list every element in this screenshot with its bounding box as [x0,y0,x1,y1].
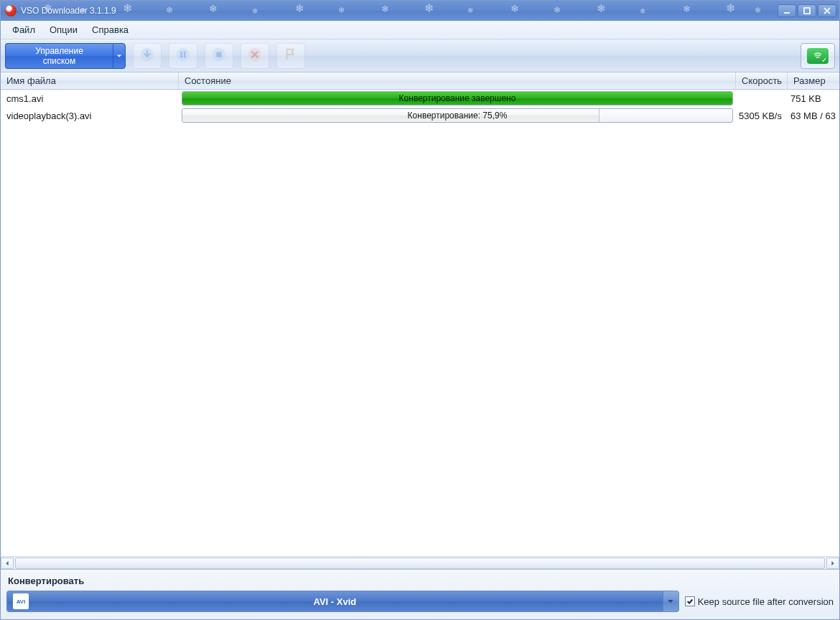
list-management-main[interactable]: Управление списком [5,43,113,69]
download-list: cms1.avi Конвертирование завершено 751 K… [1,90,839,556]
scroll-left-button[interactable] [1,558,14,569]
stop-icon [211,47,227,65]
menu-options[interactable]: Опции [42,22,85,38]
pause-button[interactable] [169,43,197,69]
app-window: ❄❄ ❄❄ ❄❄ ❄❄ ❄❄ ❄❄ ❄❄ ❄❄ ❄❄ VSO Downloade… [0,0,840,620]
cell-state: Конвертирование: 75,9% [179,108,736,123]
column-filename[interactable]: Имя файла [1,72,179,89]
download-button[interactable] [133,43,162,69]
pause-icon [175,47,191,65]
scroll-right-button[interactable] [826,558,839,569]
checkbox-icon [685,596,695,606]
window-title: VSO Downloader 3.1.1.9 [21,6,116,16]
svg-rect-1 [804,8,810,14]
app-icon [5,5,17,17]
column-speed[interactable]: Скорость [736,72,788,89]
menu-bar: Файл Опции Справка [1,21,839,39]
list-management-dropdown[interactable] [113,43,126,69]
flag-button[interactable] [276,43,305,69]
title-bar[interactable]: ❄❄ ❄❄ ❄❄ ❄❄ ❄❄ ❄❄ ❄❄ ❄❄ ❄❄ VSO Downloade… [1,1,839,21]
table-header: Имя файла Состояние Скорость Размер [1,72,839,90]
flag-icon [283,47,299,65]
output-format-select[interactable]: AVI AVI - Xvid [6,591,679,612]
column-state[interactable]: Состояние [179,72,736,89]
snow-deco: ❄❄ ❄❄ ❄❄ ❄❄ ❄❄ ❄❄ ❄❄ ❄❄ ❄❄ [1,1,839,21]
convert-panel-title: Конвертировать [6,573,834,591]
format-dropdown-arrow[interactable] [663,591,678,611]
toolbar: Управление списком [1,39,839,72]
cell-filename: videoplayback(3).avi [1,111,179,121]
minimize-button[interactable] [778,4,796,17]
svg-rect-6 [180,51,182,57]
table-row[interactable]: cms1.avi Конвертирование завершено 751 K… [1,90,839,107]
menu-help[interactable]: Справка [85,22,136,38]
close-button[interactable] [818,4,836,17]
convert-panel: Конвертировать AVI AVI - Xvid Keep sourc… [1,569,839,619]
horizontal-scrollbar[interactable] [1,556,839,569]
download-arrow-icon [139,47,155,65]
keep-source-checkbox[interactable]: Keep source file after conversion [685,596,834,607]
progress-label: Конвертирование: 75,9% [182,109,732,122]
delete-button[interactable] [241,43,269,69]
capture-toggle-button[interactable] [801,43,835,69]
progress-bar: Конвертирование: 75,9% [182,108,733,123]
scroll-track[interactable] [15,558,825,569]
capture-toggle-icon [807,48,829,64]
list-management-split-button[interactable]: Управление списком [5,43,126,69]
cell-size: 751 KB [788,93,839,104]
scroll-thumb[interactable] [16,558,824,568]
svg-point-5 [177,47,190,60]
menu-file[interactable]: Файл [5,22,42,38]
column-size[interactable]: Размер [788,72,839,89]
svg-rect-7 [184,51,186,57]
cell-state: Конвертирование завершено [179,91,736,105]
cell-speed: 5305 KB/s [736,111,788,121]
progress-label: Конвертирование завершено [182,92,732,105]
delete-icon [247,47,263,65]
format-label: AVI - Xvid [7,596,663,607]
table-row[interactable]: videoplayback(3).avi Конвертирование: 75… [1,107,839,124]
cell-size: 63 MB / 63 [788,111,839,121]
progress-bar: Конвертирование завершено [182,91,733,105]
keep-source-label: Keep source file after conversion [698,596,834,607]
cell-filename: cms1.avi [1,93,179,104]
stop-button[interactable] [205,43,233,69]
maximize-button[interactable] [798,4,816,17]
svg-rect-9 [216,52,221,57]
